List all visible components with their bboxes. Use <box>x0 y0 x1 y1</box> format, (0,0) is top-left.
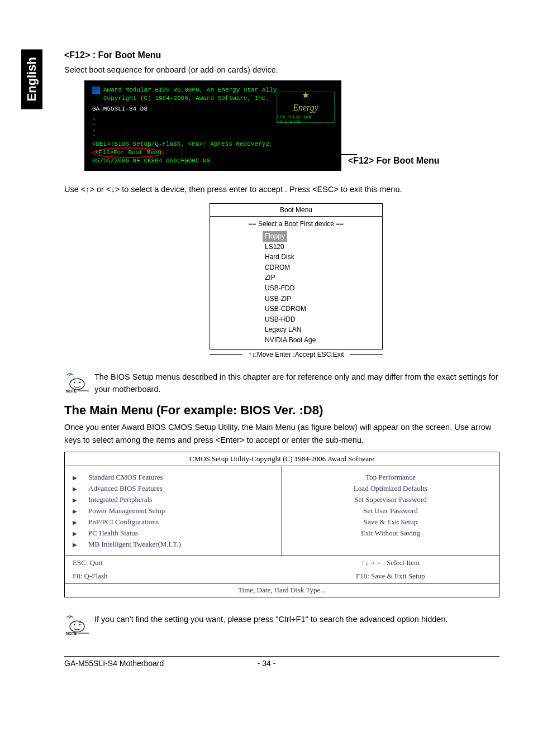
boot-menu-item[interactable]: NVIDIA Boot Age <box>265 335 382 346</box>
energy-star-badge: ★ Energy EPA POLLUTION PREVENTER <box>277 92 335 123</box>
triangle-right-icon: ▶ <box>73 508 78 514</box>
cmos-hint-f10: F10: Save & Exit Setup <box>282 570 499 583</box>
cmos-menu-item[interactable]: Set User Password <box>290 505 491 516</box>
svg-point-6 <box>74 624 75 625</box>
note-icon: NOTE <box>64 613 90 637</box>
cmos-setup-utility: CMOS Setup Utility-Copyright (C) 1984-20… <box>64 452 499 597</box>
triangle-right-icon: ▶ <box>73 497 78 503</box>
svg-text:NOTE: NOTE <box>66 389 77 393</box>
cmos-menu-item[interactable]: Exit Without Saving <box>290 528 491 539</box>
bios-hint-pre: <DEL>:BIOS Setup/Q-Flash, <F9>: Xpress R… <box>92 141 273 147</box>
cmos-menu-label: Load Optimized Defaults <box>354 484 427 493</box>
cmos-menu-item[interactable]: ▶PnP/PCI Configurations <box>73 516 274 528</box>
svg-point-7 <box>79 624 80 625</box>
triangle-right-icon: ▶ <box>73 542 78 548</box>
cmos-hint-f8: F8: Q-Flash <box>65 570 282 583</box>
page-footer: GA-M55SLI-S4 Motherboard - 34 - <box>64 656 499 668</box>
cmos-menu-item[interactable]: Save & Exit Setup <box>290 516 491 528</box>
cmos-menu-item[interactable]: ▶Advanced BIOS Features <box>73 483 274 494</box>
boot-menu-dialog: Boot Menu == Select a Boot First device … <box>210 203 383 360</box>
bios-line2: Copyright (C) 1984-2006, Award Software,… <box>103 94 277 103</box>
star-icon: ★ <box>302 89 309 102</box>
cmos-menu-label: MB Intelligent Tweaker(M.I.T.) <box>88 540 181 549</box>
cmos-menu-label: Top Performance <box>365 473 416 482</box>
cmos-menu-label: Exit Without Saving <box>361 529 420 538</box>
nav-instruction: Use <↑> or <↓> to select a device, then … <box>64 183 499 195</box>
cmos-menu-item[interactable]: Top Performance <box>290 472 491 483</box>
cmos-menu-item[interactable]: ▶Standard CMOS Features <box>73 472 274 483</box>
divider <box>350 354 383 355</box>
svg-point-0 <box>70 379 84 390</box>
boot-menu-footer-hint: ↑↓:Move Enter :Accept ESC:Exit <box>242 350 349 360</box>
cmos-item-description: Time, Date, Hard Disk Type... <box>65 583 499 597</box>
boot-menu-item[interactable]: ZIP <box>265 272 382 283</box>
boot-menu-item[interactable]: USB-HDD <box>265 314 382 325</box>
section-f12-title: <F12> : For Boot Menu <box>64 50 499 60</box>
cmos-menu-label: Set Supervisor Password <box>354 495 426 504</box>
boot-menu-item[interactable]: Legacy LAN <box>265 324 382 335</box>
language-tab: English <box>21 49 42 109</box>
cmos-menu-item[interactable]: ▶Integrated Peripherals <box>73 494 274 505</box>
divider <box>210 354 242 355</box>
boot-menu-item[interactable]: LS120 <box>265 242 382 252</box>
note-reference-text: The BIOS Setup menus described in this c… <box>94 371 499 396</box>
cmos-menu-label: Integrated Peripherals <box>88 495 152 504</box>
cmos-hint-arrows: ↑↓→←: Select Item <box>282 556 499 570</box>
svg-point-2 <box>79 381 80 382</box>
boot-menu-title: Boot Menu <box>210 204 382 217</box>
cmos-menu-label: Power Management Setup <box>88 506 165 515</box>
energy-epa: EPA POLLUTION PREVENTER <box>277 115 334 126</box>
boot-menu-subtitle: == Select a Boot First device == <box>210 217 382 229</box>
note-ctrlf1-text: If you can't find the setting you want, … <box>94 613 448 625</box>
callout-f12-label: <F12> For Boot Menu <box>348 156 440 166</box>
cmos-menu-label: Save & Exit Setup <box>364 518 417 527</box>
cmos-hint-esc: ESC: Quit <box>65 556 282 570</box>
cmos-menu-label: Set User Password <box>363 506 418 515</box>
footer-product: GA-M55SLI-S4 Motherboard <box>64 659 164 668</box>
cmos-menu-label: Advanced BIOS Features <box>88 484 163 493</box>
svg-point-1 <box>74 381 75 382</box>
bios-post-screen: Award Modular BIOS v6.00PG, An Energy St… <box>84 80 341 170</box>
boot-menu-item[interactable]: USB-ZIP <box>265 294 382 304</box>
award-logo-icon <box>92 87 100 94</box>
triangle-right-icon: ▶ <box>73 475 78 481</box>
boot-menu-item[interactable]: USB-CDROM <box>265 304 382 314</box>
triangle-right-icon: ▶ <box>73 530 78 537</box>
cmos-menu-label: PC Health Status <box>88 529 138 538</box>
cmos-menu-item[interactable]: ▶PC Health Status <box>73 528 274 539</box>
main-menu-desc: Once you enter Award BIOS CMOS Setup Uti… <box>64 421 499 446</box>
svg-text:NOTE: NOTE <box>66 631 77 635</box>
boot-menu-item[interactable]: Floppy <box>265 231 382 242</box>
cmos-menu-item[interactable]: Set Supervisor Password <box>290 494 491 505</box>
cmos-menu-label: PnP/PCI Configurations <box>88 518 159 527</box>
boot-menu-item[interactable]: CDROM <box>265 262 382 273</box>
cmos-menu-item[interactable]: Load Optimized Defaults <box>290 483 491 494</box>
svg-point-5 <box>70 621 84 632</box>
triangle-right-icon: ▶ <box>73 519 78 525</box>
boot-menu-item[interactable]: USB-FDD <box>265 283 382 294</box>
note-icon: NOTE <box>64 371 90 395</box>
cmos-title-bar: CMOS Setup Utility-Copyright (C) 1984-20… <box>65 452 499 466</box>
main-menu-heading: The Main Menu (For example: BIOS Ver. :D… <box>64 403 499 418</box>
bios-build-id: 05/55/2006-NF-CK804-6A61FGO0C-00 <box>92 157 334 165</box>
bios-line1: Award Modular BIOS v6.00PG, An Energy St… <box>103 86 277 94</box>
cmos-menu-item[interactable]: ▶MB Intelligent Tweaker(M.I.T.) <box>73 539 274 550</box>
triangle-right-icon: ▶ <box>73 486 78 492</box>
f12-highlight-ellipse: <F12>For Boot Menu <box>92 147 164 158</box>
energy-cursive: Energy <box>293 102 318 114</box>
boot-menu-item[interactable]: Hard Disk <box>265 252 382 262</box>
cmos-menu-label: Standard CMOS Features <box>88 473 163 482</box>
cmos-menu-item[interactable]: ▶Power Management Setup <box>73 505 274 516</box>
section-f12-desc: Select boot sequence for onboard (or add… <box>64 64 499 76</box>
footer-page-number: - 34 - <box>258 659 276 668</box>
